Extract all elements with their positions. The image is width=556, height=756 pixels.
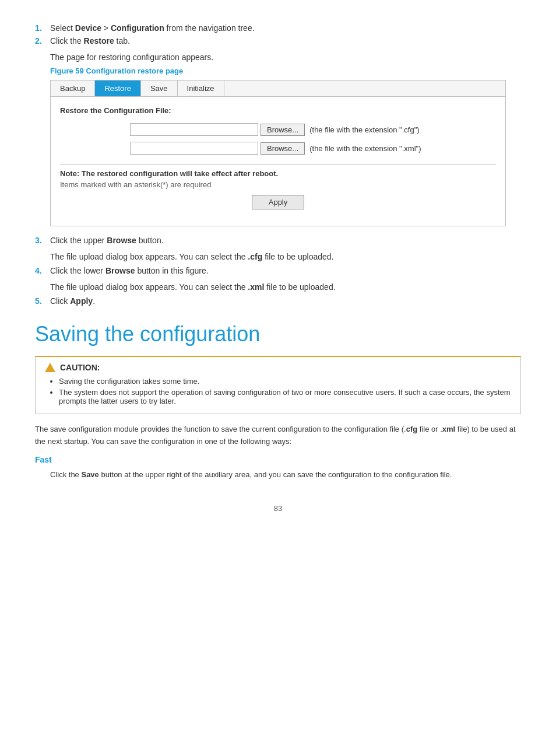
caution-label: CAUTION: — [60, 363, 100, 372]
file-row-xml: Browse... (the file with the extension "… — [130, 142, 496, 155]
step-2-number: 2. — [35, 36, 45, 46]
restore-label: Restore the Configuration File: — [60, 106, 496, 115]
browse-xml-button[interactable]: Browse... — [261, 142, 305, 155]
step-4-number: 4. — [35, 266, 45, 275]
cfg-file-input[interactable] — [130, 123, 258, 136]
step-3-text: Click the upper Browse button. — [50, 236, 521, 245]
step-4-subtext: The file upload dialog box appears. You … — [50, 282, 521, 292]
step-2-text: Click the Restore tab. — [50, 36, 521, 46]
note-section: Note: The restored configuration will ta… — [60, 164, 496, 209]
step-4-text: Click the lower Browse button in this fi… — [50, 266, 521, 275]
xml-file-input[interactable] — [130, 142, 258, 155]
saving-section-heading: Saving the configuration — [35, 322, 521, 346]
step-1-number: 1. — [35, 23, 45, 33]
required-text: Items marked with an asterisk(*) are req… — [60, 180, 496, 189]
tab-backup[interactable]: Backup — [51, 80, 95, 96]
fast-subsection-label: Fast — [35, 455, 521, 464]
step-1-text: Select Device > Configuration from the n… — [50, 23, 521, 33]
caution-triangle-icon — [45, 363, 55, 372]
xml-file-hint: (the file with the extension ".xml") — [309, 144, 421, 153]
step-3-subtext: The file upload dialog box appears. You … — [50, 252, 521, 261]
step-5-number: 5. — [35, 296, 45, 306]
file-row-cfg: Browse... (the file with the extension "… — [130, 123, 496, 136]
page-number: 83 — [35, 504, 521, 513]
saving-body-text: The save configuration module provides t… — [35, 424, 521, 448]
caution-item-2: The system does not support the operatio… — [59, 388, 511, 405]
tab-bar: Backup Restore Save Initialize — [51, 80, 505, 97]
caution-list: Saving the configuration takes some time… — [45, 377, 511, 405]
tab-restore[interactable]: Restore — [95, 80, 141, 96]
figure-content: Restore the Configuration File: Browse..… — [51, 97, 505, 226]
caution-box: CAUTION: Saving the configuration takes … — [35, 356, 521, 414]
step-3-number: 3. — [35, 236, 45, 245]
apply-button-wrapper: Apply — [60, 195, 496, 209]
browse-cfg-button[interactable]: Browse... — [261, 124, 305, 136]
caution-header: CAUTION: — [45, 363, 511, 372]
step-2-subtext: The page for restoring configuration app… — [50, 52, 521, 62]
tab-save[interactable]: Save — [141, 80, 178, 96]
apply-button[interactable]: Apply — [252, 195, 305, 209]
tab-initialize[interactable]: Initialize — [178, 80, 224, 96]
note-text: Note: The restored configuration will ta… — [60, 169, 496, 178]
fast-body-text: Click the Save button at the upper right… — [50, 469, 521, 481]
cfg-file-hint: (the file with the extension ".cfg") — [309, 125, 419, 134]
figure-caption: Figure 59 Configuration restore page — [50, 66, 521, 75]
caution-item-1: Saving the configuration takes some time… — [59, 377, 511, 386]
figure-box: Backup Restore Save Initialize Restore t… — [50, 80, 506, 226]
step-5-text: Click Apply. — [50, 296, 521, 306]
